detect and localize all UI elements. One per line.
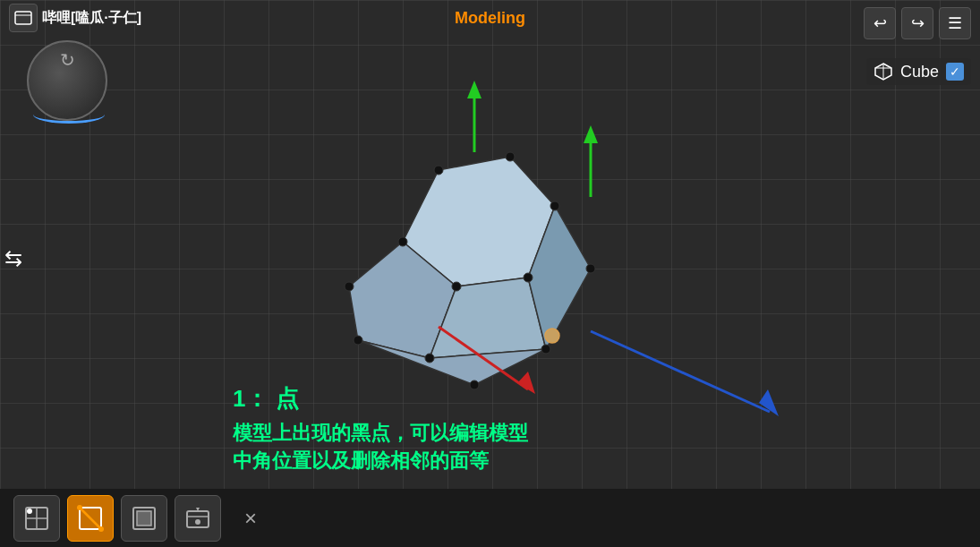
- svg-point-18: [545, 329, 559, 343]
- undo-button[interactable]: ↩: [864, 7, 896, 39]
- annotation-overlay: 1： 点 模型上出现的黑点，可以编辑模型中角位置以及删除相邻的面等: [233, 383, 528, 475]
- svg-marker-20: [467, 81, 481, 98]
- logo-icon[interactable]: [9, 4, 38, 32]
- svg-point-35: [27, 509, 32, 514]
- rotation-arrow-icon: ↻: [60, 49, 75, 71]
- svg-point-8: [550, 201, 559, 210]
- svg-point-11: [398, 237, 407, 246]
- svg-point-16: [541, 345, 550, 354]
- object-checkbox[interactable]: ✓: [946, 63, 964, 81]
- header-title: 哔哩[嗑瓜·子仁]: [42, 9, 141, 28]
- topbar: 哔哩[嗑瓜·子仁] Modeling: [0, 0, 980, 36]
- svg-point-45: [195, 519, 200, 525]
- svg-point-9: [524, 273, 533, 282]
- svg-marker-22: [584, 125, 598, 143]
- rotation-circle[interactable]: ↻: [27, 40, 107, 121]
- top-right-controls: ↩ ↪ ☰: [864, 7, 971, 39]
- header-left: 哔哩[嗑瓜·子仁]: [9, 4, 141, 32]
- svg-point-12: [425, 354, 434, 363]
- page-title: Modeling: [455, 9, 525, 28]
- svg-line-25: [591, 331, 770, 412]
- vertex-mode-button[interactable]: [13, 495, 60, 542]
- close-button[interactable]: ×: [233, 500, 268, 536]
- svg-point-38: [77, 505, 82, 510]
- bottom-toolbar: ×: [0, 489, 980, 547]
- left-panel-toggle[interactable]: ⇆: [4, 246, 22, 271]
- object-name: Cube: [900, 63, 939, 81]
- svg-point-13: [354, 336, 362, 345]
- cube-icon: [873, 62, 893, 81]
- svg-point-6: [434, 166, 443, 175]
- face-mode-button[interactable]: [121, 495, 167, 542]
- blue-arc: [33, 106, 105, 124]
- svg-point-39: [98, 526, 104, 532]
- menu-button[interactable]: ☰: [939, 7, 971, 39]
- svg-rect-41: [137, 511, 151, 526]
- viewport: 哔哩[嗑瓜·子仁] Modeling ↩ ↪ ☰ Cube ✓ ↻: [0, 0, 980, 547]
- rotation-widget[interactable]: ↻: [27, 40, 116, 130]
- object-mode-button[interactable]: [175, 495, 221, 542]
- annotation-title: 1： 点: [233, 383, 528, 415]
- svg-rect-27: [15, 12, 31, 24]
- svg-point-7: [506, 152, 515, 161]
- redo-button[interactable]: ↪: [901, 7, 933, 39]
- edge-mode-button[interactable]: [67, 495, 114, 542]
- object-panel: Cube ✓: [866, 58, 971, 85]
- svg-point-15: [586, 264, 595, 273]
- svg-point-14: [345, 282, 354, 291]
- annotation-body: 模型上出现的黑点，可以编辑模型中角位置以及删除相邻的面等: [233, 420, 528, 475]
- svg-point-10: [452, 282, 461, 291]
